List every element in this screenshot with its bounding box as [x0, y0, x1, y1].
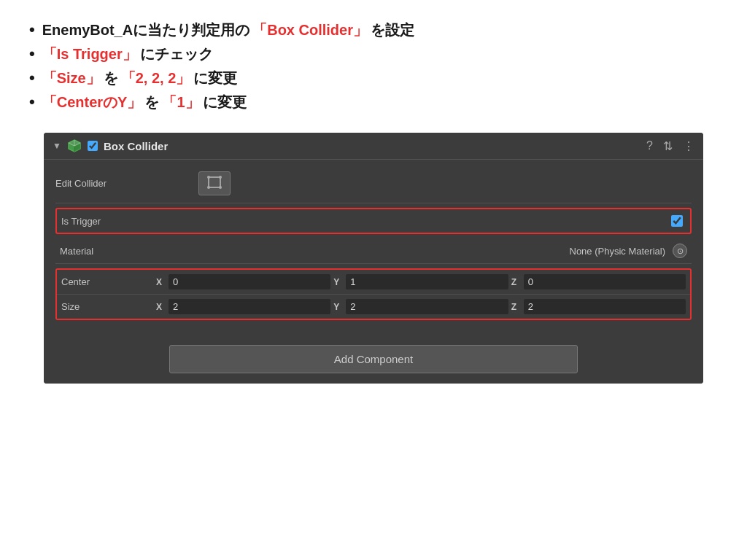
bullet-text-4a: 「CenterのY」 — [42, 93, 142, 112]
is-trigger-row: Is Trigger — [55, 208, 692, 234]
center-y-group: Y — [333, 274, 508, 289]
center-label: Center — [61, 276, 156, 287]
panel-body: Edit Collider Is — [44, 160, 703, 332]
size-x-input[interactable] — [169, 299, 330, 314]
component-enabled-checkbox[interactable] — [88, 141, 98, 151]
size-fields: X Y Z — [156, 299, 686, 314]
layers-icon[interactable]: ⇅ — [663, 139, 673, 153]
svg-point-10 — [219, 176, 222, 179]
material-value: None (Physic Material) — [363, 246, 673, 257]
component-header: ▼ Box Collider ? ⇅ ⋮ — [44, 133, 703, 160]
bullet-item-2: 「Is Trigger」 にチェック — [29, 44, 718, 64]
xyz-group: Center X Y Z — [55, 268, 692, 320]
size-x-group: X — [156, 299, 330, 314]
more-icon[interactable]: ⋮ — [683, 139, 694, 153]
is-trigger-label: Is Trigger — [61, 216, 671, 227]
header-icons: ? ⇅ ⋮ — [646, 139, 694, 153]
center-x-axis-label: X — [156, 277, 166, 287]
material-row: Material None (Physic Material) ⊙ — [55, 238, 692, 264]
collapse-icon[interactable]: ▼ — [53, 141, 61, 151]
svg-point-9 — [207, 176, 210, 179]
instruction-list: EnemyBot_Aに当たり判定用の 「Box Collider」 を設定 「I… — [29, 20, 718, 112]
center-x-input[interactable] — [169, 274, 330, 289]
size-y-input[interactable] — [346, 299, 508, 314]
size-y-group: Y — [333, 299, 508, 314]
material-label: Material — [60, 246, 363, 257]
bullet-text-1b: 「Box Collider」 — [252, 20, 368, 40]
bullet-text-4b: を — [144, 93, 159, 112]
bullet-text-1c: を設定 — [371, 20, 414, 40]
edit-collider-button[interactable] — [198, 171, 231, 195]
svg-point-11 — [207, 186, 210, 189]
size-label: Size — [61, 301, 156, 312]
component-title: Box Collider — [104, 140, 640, 152]
page-wrapper: EnemyBot_Aに当たり判定用の 「Box Collider」 を設定 「I… — [0, 0, 747, 404]
cube-icon — [67, 139, 82, 153]
size-row: Size X Y Z — [57, 295, 690, 319]
bullet-text-3d: に変更 — [193, 69, 237, 88]
svg-point-12 — [219, 186, 222, 189]
bullet-item-4: 「CenterのY」 を 「1」 に変更 — [29, 93, 718, 112]
center-fields: X Y Z — [156, 274, 686, 289]
bullet-text-3c: 「2, 2, 2」 — [121, 69, 191, 88]
center-y-input[interactable] — [346, 274, 508, 289]
add-component-button[interactable]: Add Component — [169, 345, 578, 373]
svg-rect-8 — [209, 177, 220, 187]
center-z-input[interactable] — [524, 274, 686, 289]
center-y-axis-label: Y — [333, 277, 344, 287]
center-z-group: Z — [511, 274, 686, 289]
size-z-input[interactable] — [524, 299, 686, 314]
bullet-text-2b: にチェック — [140, 44, 213, 64]
help-icon[interactable]: ? — [646, 139, 653, 152]
is-trigger-checkbox[interactable] — [671, 215, 683, 227]
edit-collider-label: Edit Collider — [55, 178, 187, 189]
bullet-item-1: EnemyBot_Aに当たり判定用の 「Box Collider」 を設定 — [29, 20, 718, 40]
edit-collider-row: Edit Collider — [55, 167, 692, 203]
add-component-row: Add Component — [44, 332, 703, 384]
center-x-group: X — [156, 274, 330, 289]
bullet-text-1a: EnemyBot_Aに当たり判定用の — [42, 20, 249, 40]
bullet-text-4c: 「1」 — [162, 93, 199, 112]
bullet-text-3b: を — [104, 69, 118, 88]
size-x-axis-label: X — [156, 302, 166, 312]
center-row: Center X Y Z — [57, 270, 690, 295]
material-picker-button[interactable]: ⊙ — [673, 244, 687, 258]
bullet-text-2a: 「Is Trigger」 — [42, 44, 137, 64]
bullet-text-3a: 「Size」 — [42, 69, 101, 88]
size-y-axis-label: Y — [333, 302, 344, 312]
center-z-axis-label: Z — [511, 277, 522, 287]
size-z-group: Z — [511, 299, 686, 314]
edit-collider-icon — [206, 175, 222, 192]
bullet-item-3: 「Size」 を 「2, 2, 2」 に変更 — [29, 69, 718, 88]
size-z-axis-label: Z — [511, 302, 522, 312]
inspector-panel: ▼ Box Collider ? ⇅ ⋮ — [44, 133, 703, 384]
bullet-text-4d: に変更 — [203, 93, 247, 112]
